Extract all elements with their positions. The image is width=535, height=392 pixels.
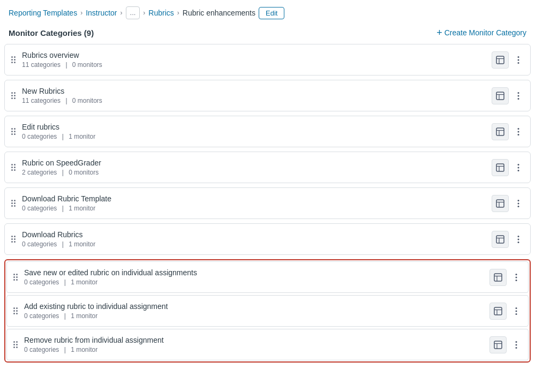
table-icon-button[interactable] <box>492 87 509 104</box>
item-actions <box>489 336 524 353</box>
table-icon <box>494 341 502 349</box>
drag-dot <box>11 205 13 207</box>
item-categories: 0 categories <box>22 205 57 212</box>
drag-dot <box>13 307 15 309</box>
breadcrumb-dots-button[interactable]: ... <box>126 6 140 19</box>
svg-point-21 <box>518 164 519 165</box>
svg-point-9 <box>518 92 519 94</box>
more-options-button[interactable] <box>509 336 524 353</box>
more-icon <box>517 199 519 208</box>
table-icon-button[interactable] <box>492 159 509 176</box>
drag-handle[interactable] <box>9 54 18 65</box>
svg-point-4 <box>518 59 519 61</box>
drag-dot <box>14 62 16 63</box>
item-meta: 2 categories | 0 monitors <box>22 169 487 176</box>
edit-button[interactable]: Edit <box>259 7 284 19</box>
table-icon <box>496 127 504 136</box>
item-name: Rubrics overview <box>22 51 487 59</box>
table-icon-button[interactable] <box>489 303 507 320</box>
table-icon-button[interactable] <box>492 231 509 248</box>
drag-handle[interactable] <box>11 305 20 316</box>
more-options-button[interactable] <box>511 231 526 248</box>
table-icon <box>494 273 502 282</box>
table-icon <box>496 92 504 100</box>
svg-rect-6 <box>496 92 504 100</box>
drag-handle[interactable] <box>11 272 20 283</box>
list-item: Remove rubric from individual assignment… <box>6 329 529 360</box>
svg-point-5 <box>518 62 519 64</box>
breadcrumb-rubrics[interactable]: Rubrics <box>148 9 174 17</box>
svg-rect-0 <box>496 56 504 64</box>
create-monitor-category-button[interactable]: + Create Monitor Category <box>436 28 526 37</box>
more-icon <box>517 163 519 172</box>
drag-handle[interactable] <box>9 198 18 209</box>
drag-dot <box>16 341 18 343</box>
breadcrumb-instructor[interactable]: Instructor <box>86 9 117 17</box>
item-meta: 0 categories | 1 monitor <box>24 312 485 320</box>
drag-dot <box>14 97 16 99</box>
meta-sep: | <box>62 169 65 176</box>
more-icon <box>515 341 517 349</box>
breadcrumb-reporting-templates[interactable]: Reporting Templates <box>9 9 77 17</box>
drag-dot <box>14 59 16 61</box>
svg-point-11 <box>518 98 519 100</box>
item-meta: 0 categories | 1 monitor <box>24 346 485 353</box>
plus-icon: + <box>436 28 442 37</box>
item-monitors: 1 monitor <box>71 312 97 320</box>
svg-point-15 <box>518 128 519 130</box>
item-content: Add existing rubric to individual assign… <box>24 302 485 320</box>
more-options-button[interactable] <box>511 87 526 104</box>
drag-handle[interactable] <box>11 339 20 350</box>
svg-point-34 <box>518 238 519 240</box>
drag-handle[interactable] <box>9 162 18 173</box>
meta-sep: | <box>62 205 65 212</box>
drag-dot <box>14 200 16 201</box>
drag-handle[interactable] <box>9 90 18 101</box>
more-options-button[interactable] <box>511 51 526 69</box>
meta-sep: | <box>62 240 65 248</box>
more-options-button[interactable] <box>509 303 524 320</box>
item-meta: 0 categories | 1 monitor <box>22 205 487 212</box>
drag-dot <box>14 133 16 135</box>
svg-point-46 <box>516 310 517 312</box>
item-meta: 11 categories | 0 monitors <box>22 61 487 69</box>
list-item: New Rubrics 11 categories | 0 monitors <box>4 80 531 111</box>
more-icon <box>517 56 519 64</box>
drag-dot <box>11 167 13 168</box>
table-icon-button[interactable] <box>492 123 509 140</box>
item-name: Remove rubric from individual assignment <box>24 336 485 344</box>
item-name: Download Rubrics <box>22 230 487 239</box>
meta-sep: | <box>64 312 67 320</box>
item-monitors: 1 monitor <box>71 278 97 286</box>
drag-dot <box>13 341 15 343</box>
item-actions <box>492 123 526 140</box>
item-name: Add existing rubric to individual assign… <box>24 302 485 311</box>
drag-dot <box>16 276 18 278</box>
item-monitors: 1 monitor <box>69 240 95 248</box>
table-icon-button[interactable] <box>492 51 509 69</box>
item-actions <box>492 195 526 212</box>
drag-dot <box>14 169 16 171</box>
item-actions <box>492 159 526 176</box>
table-icon <box>496 199 504 208</box>
more-options-button[interactable] <box>511 123 526 140</box>
more-options-button[interactable] <box>511 159 526 176</box>
item-content: Rubrics overview 11 categories | 0 monit… <box>22 51 487 69</box>
item-categories: 2 categories <box>22 169 57 176</box>
drag-handle[interactable] <box>9 126 18 137</box>
drag-dot <box>11 241 13 243</box>
table-icon-button[interactable] <box>489 336 507 353</box>
item-actions <box>489 269 524 286</box>
drag-dot <box>14 56 16 58</box>
more-options-button[interactable] <box>509 269 524 286</box>
svg-rect-30 <box>496 236 504 243</box>
drag-dot <box>16 307 18 309</box>
table-icon-button[interactable] <box>492 195 509 212</box>
item-actions <box>492 87 526 104</box>
drag-handle[interactable] <box>9 233 18 245</box>
drag-dot <box>14 202 16 204</box>
more-options-button[interactable] <box>511 195 526 212</box>
table-icon-button[interactable] <box>489 269 507 286</box>
more-icon <box>517 127 519 136</box>
item-monitors: 1 monitor <box>69 133 95 140</box>
